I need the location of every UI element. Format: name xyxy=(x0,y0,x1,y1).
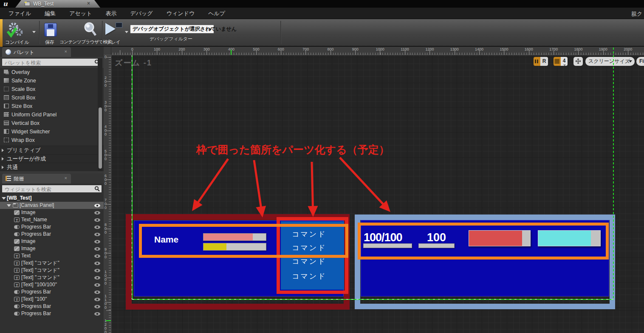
hierarchy-row[interactable]: Text xyxy=(0,252,104,260)
compile-options-caret-icon[interactable] xyxy=(32,31,36,33)
visibility-eye-icon[interactable] xyxy=(94,247,100,251)
vertical-ruler: 0200300400500600700800900100011001200 xyxy=(104,55,111,333)
widget-type-icon xyxy=(14,312,20,316)
designer-viewport[interactable]: 0100200300400500600700800900100011001200… xyxy=(104,47,644,333)
tab-hierarchy[interactable]: 階層 × xyxy=(2,174,71,183)
ruler-tick-label: 800 xyxy=(327,47,333,51)
asset-tab[interactable]: WB_Test × xyxy=(15,0,100,8)
palette-search-input[interactable]: パレットを検索 xyxy=(2,58,102,66)
play-options-caret-icon[interactable] xyxy=(125,31,128,33)
ruler-tick-label: 900 xyxy=(352,47,359,51)
palette-item[interactable]: Scroll Box xyxy=(0,93,104,102)
palette-item[interactable]: Vertical Box xyxy=(0,119,104,127)
hierarchy-row[interactable]: Progress Bar xyxy=(0,231,104,238)
widget-type-icon xyxy=(14,261,20,265)
palette-category[interactable]: プリミティブ xyxy=(0,146,104,154)
hierarchy-row[interactable]: [WB_Test] xyxy=(0,195,104,202)
visibility-eye-icon[interactable] xyxy=(94,305,100,308)
menu-item[interactable]: アセット xyxy=(62,10,99,17)
ruler-cursor-tick xyxy=(231,50,232,55)
palette-item[interactable]: Safe Zone xyxy=(0,76,104,85)
ruler-tick-label: 100 xyxy=(154,47,160,51)
palette-categories: プリミティブ ユーザーが作成 共通 xyxy=(0,146,104,171)
debug-filter-label: デバッグフィルター xyxy=(150,36,192,42)
hierarchy-row[interactable]: [Text] "コマンド" xyxy=(0,260,104,267)
close-icon[interactable]: × xyxy=(65,49,67,54)
palette-tab-bar: パレット × xyxy=(0,47,104,57)
visibility-eye-icon[interactable] xyxy=(94,240,100,243)
ruler-tick-label: 1100 xyxy=(105,294,108,310)
widget-type-icon xyxy=(13,203,18,208)
hierarchy-row[interactable]: Progress Bar xyxy=(0,310,104,317)
grid-snap-size-button[interactable]: 4 xyxy=(561,57,568,66)
unreal-logo: u xyxy=(3,0,8,8)
visibility-eye-icon[interactable] xyxy=(94,298,100,301)
palette-item[interactable]: Widget Switcher xyxy=(0,127,104,136)
hierarchy-row[interactable]: Image xyxy=(0,209,104,216)
ruler-tick-label: 600 xyxy=(105,174,108,185)
respect-locks-button[interactable]: R xyxy=(540,57,548,66)
close-icon[interactable]: × xyxy=(65,175,67,181)
outline-mode-button[interactable] xyxy=(534,57,540,66)
palette-item[interactable]: Overlay xyxy=(0,68,104,76)
menu-item[interactable]: ファイル xyxy=(2,10,38,17)
palette-item[interactable]: Scale Box xyxy=(0,85,104,93)
hierarchy-row[interactable]: Image xyxy=(0,245,104,252)
palette-category[interactable]: 共通 xyxy=(0,163,104,171)
tab-close-icon[interactable]: × xyxy=(87,0,90,6)
widget-type-icon xyxy=(14,268,20,273)
ruler-tick-label: 2000 xyxy=(624,47,632,51)
visibility-eye-icon[interactable] xyxy=(94,254,100,258)
menu-item[interactable]: ウィンドウ xyxy=(160,10,202,17)
palette-item[interactable]: Wrap Box xyxy=(0,136,104,144)
asset-tab-title: WB_Test xyxy=(33,1,54,7)
menu-item[interactable]: 表示 xyxy=(99,10,123,17)
debug-object-dropdown[interactable]: デバッグオブジェクトが選択されていません xyxy=(130,25,214,34)
visibility-eye-icon[interactable] xyxy=(94,262,100,265)
visibility-eye-icon[interactable] xyxy=(94,269,100,272)
menu-item[interactable]: 編集 xyxy=(38,10,62,17)
hierarchy-row[interactable]: Progress Bar xyxy=(0,223,104,231)
localization-preview-button[interactable] xyxy=(573,57,583,66)
search-icon xyxy=(82,21,99,37)
fill-screen-dropdown[interactable]: Fill xyxy=(636,57,644,66)
hierarchy-row[interactable]: Progress Bar xyxy=(0,288,104,296)
palette-item[interactable]: Uniform Grid Panel xyxy=(0,110,104,119)
menu-item[interactable]: ヘルプ xyxy=(201,10,232,17)
ruler-tick-label: 400 xyxy=(105,125,108,136)
palette-category[interactable]: ユーザーが作成 xyxy=(0,154,104,163)
widget-type-icon xyxy=(4,95,9,100)
grid-snap-toggle-button[interactable] xyxy=(554,57,561,66)
hierarchy-row[interactable]: Text_Name xyxy=(0,216,104,223)
ruler-tick-label: 1600 xyxy=(525,47,533,51)
palette-widget-list: Overlay Safe Zone Scale Box Scroll Box S… xyxy=(0,68,104,146)
visibility-eye-icon[interactable] xyxy=(94,211,100,214)
visibility-eye-icon[interactable] xyxy=(94,218,100,222)
palette-item[interactable]: Size Box xyxy=(0,102,104,110)
hierarchy-row[interactable]: [Canvas Panel] xyxy=(0,202,104,209)
visibility-eye-icon[interactable] xyxy=(94,276,100,279)
tab-palette[interactable]: パレット × xyxy=(2,47,71,57)
palette-scrollbar-thumb[interactable] xyxy=(99,107,102,169)
visibility-eye-icon[interactable] xyxy=(94,291,100,294)
hierarchy-row[interactable]: Progress Bar xyxy=(0,303,104,310)
visibility-eye-icon[interactable] xyxy=(94,226,100,229)
menu-item[interactable]: デバッグ xyxy=(123,10,159,17)
hierarchy-row[interactable]: [Text] "100" xyxy=(0,296,104,303)
ruler-tick-label: 600 xyxy=(278,47,284,51)
hierarchy-search-input[interactable]: ウィジェットを検索 xyxy=(2,185,102,193)
hierarchy-row[interactable]: [Text] "コマンド" xyxy=(0,274,104,281)
visibility-eye-icon[interactable] xyxy=(94,283,100,287)
hierarchy-row[interactable]: [Text] "100/100" xyxy=(0,281,104,288)
expander-triangle-icon[interactable] xyxy=(2,197,6,200)
hierarchy-row[interactable]: [Text] "コマンド" xyxy=(0,267,104,274)
expander-triangle-icon[interactable] xyxy=(7,204,11,207)
hierarchy-row[interactable]: Image xyxy=(0,238,104,245)
parent-class-label: 親ク xyxy=(631,10,644,18)
visibility-eye-icon[interactable] xyxy=(94,233,100,236)
screen-size-dropdown[interactable]: スクリーンサイズ xyxy=(585,57,635,66)
visibility-eye-icon[interactable] xyxy=(94,204,100,207)
ruler-tick-label: 1000 xyxy=(376,47,384,51)
collapsed-triangle-icon xyxy=(2,149,4,152)
visibility-eye-icon[interactable] xyxy=(94,312,100,316)
